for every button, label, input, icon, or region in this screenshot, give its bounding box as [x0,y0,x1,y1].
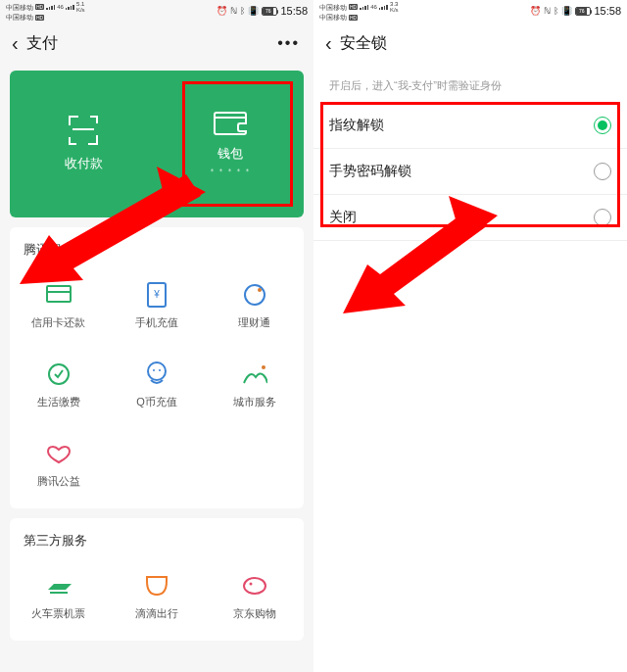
status-bar: 中国移动 HD 46 3.3K/s 中国移动 HD ⏰ ℕ ᛒ 📳 76 15:… [314,0,627,22]
wallet-label: 钱包 [217,145,243,163]
vibrate-icon: 📳 [561,6,572,16]
tencent-services: 腾讯服务 信用卡还款 ¥ 手机充值 理财通 生活缴费 Q币充值 [10,227,304,508]
bluetooth-icon: ᛒ [240,6,245,16]
charity-icon [46,441,72,466]
service-charity[interactable]: 腾讯公益 [10,425,108,504]
back-icon[interactable]: ‹ [12,32,19,55]
option-label: 指纹解锁 [329,117,384,134]
svg-point-13 [249,583,252,586]
pay-collect-label: 收付款 [65,155,103,172]
option-pattern[interactable]: 手势密码解锁 [314,149,627,195]
svg-point-8 [153,369,155,371]
clock: 15:58 [594,5,621,17]
train-icon [46,573,72,599]
option-label: 手势密码解锁 [329,163,411,180]
utility-icon [46,361,72,387]
svg-point-4 [245,285,265,305]
service-didi[interactable]: 滴滴出行 [108,557,206,637]
wallet-button[interactable]: 钱包 ＊＊＊＊＊ [157,71,304,217]
nav-bar: ‹ 支付 ••• [0,22,314,65]
option-label: 关闭 [329,209,357,226]
back-icon[interactable]: ‹ [325,32,332,55]
radio-icon [594,117,611,134]
service-jd[interactable]: 京东购物 [206,557,304,637]
nfc-icon: ℕ [544,6,551,16]
service-mobile-topup[interactable]: ¥ 手机充值 [108,266,206,346]
option-list: 指纹解锁 手势密码解锁 关闭 [314,103,627,241]
svg-point-5 [258,288,262,292]
svg-point-10 [262,365,265,369]
green-panel: 收付款 钱包 ＊＊＊＊＊ [10,71,304,217]
nfc-icon: ℕ [230,6,237,16]
option-fingerprint[interactable]: 指纹解锁 [314,103,627,149]
licaitong-icon [242,282,267,308]
nav-bar: ‹ 安全锁 [314,22,627,65]
city-icon [242,361,267,387]
service-utility[interactable]: 生活缴费 [10,346,108,425]
alarm-icon: ⏰ [530,6,541,16]
status-bar: 中国移动 HD 46 5.1K/s 中国移动 HD ⏰ ℕ ᛒ 📳 76 15:… [0,0,314,22]
section-title: 腾讯服务 [10,227,304,266]
option-off[interactable]: 关闭 [314,195,627,241]
qcoin-icon [144,361,169,387]
vibrate-icon: 📳 [248,6,259,16]
more-icon[interactable]: ••• [277,34,300,52]
mobile-topup-icon: ¥ [144,282,169,308]
jd-icon [242,573,267,599]
credit-card-icon [46,282,72,308]
pay-collect-button[interactable]: 收付款 [10,71,157,217]
svg-text:¥: ¥ [153,289,160,300]
screen-pay: 中国移动 HD 46 5.1K/s 中国移动 HD ⏰ ℕ ᛒ 📳 76 15:… [0,0,314,672]
wallet-balance-hidden: ＊＊＊＊＊ [209,167,253,176]
svg-rect-0 [47,286,71,302]
didi-icon [144,573,169,599]
hint-text: 开启后，进入“我-支付”时需验证身份 [314,65,627,103]
svg-rect-11 [50,592,68,594]
bluetooth-icon: ᛒ [554,6,558,16]
third-party-services: 第三方服务 火车票机票 滴滴出行 京东购物 [10,518,304,641]
page-title: 安全锁 [340,33,387,54]
wallet-icon [214,112,247,135]
battery-icon: 76 [262,7,277,16]
clock: 15:58 [280,5,308,17]
service-qcoin[interactable]: Q币充值 [108,346,206,425]
service-city[interactable]: 城市服务 [206,346,304,425]
battery-icon: 76 [575,7,591,16]
section-title: 第三方服务 [10,518,304,557]
screen-security-lock: 中国移动 HD 46 3.3K/s 中国移动 HD ⏰ ℕ ᛒ 📳 76 15:… [314,0,627,672]
page-title: 支付 [26,33,58,54]
svg-point-7 [148,362,166,380]
radio-icon [594,209,611,226]
scan-icon [69,116,98,145]
service-licaitong[interactable]: 理财通 [206,266,304,346]
service-train-flight[interactable]: 火车票机票 [10,557,108,637]
service-credit-card[interactable]: 信用卡还款 [10,266,108,346]
svg-point-12 [244,578,265,594]
alarm-icon: ⏰ [217,6,227,16]
radio-icon [594,163,611,180]
svg-point-9 [159,369,161,371]
